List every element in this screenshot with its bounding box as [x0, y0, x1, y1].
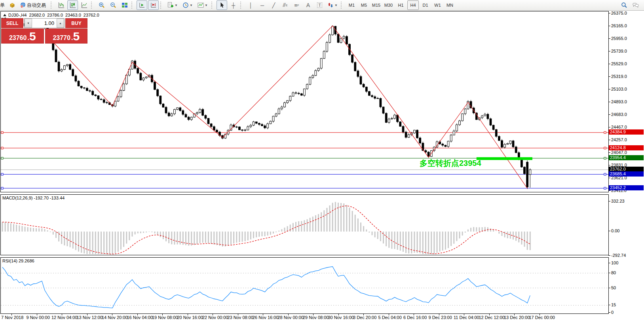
toolbar-grip[interactable] [91, 2, 95, 9]
line-handle[interactable] [604, 187, 606, 189]
timeframe-m30-button[interactable]: M30 [383, 0, 394, 10]
candle-body [326, 42, 328, 51]
cursor-button[interactable] [217, 0, 227, 10]
volume-input[interactable]: 1.00 [32, 19, 57, 28]
vertical-line-button[interactable]: │ [245, 0, 256, 10]
new-order-button[interactable] [7, 0, 17, 10]
sell-button[interactable]: SELL [1, 18, 23, 28]
text-button[interactable]: A [303, 0, 313, 10]
zoom-in-button[interactable] [96, 0, 107, 10]
time-tick-mark [514, 314, 515, 315]
timeframe-m5-button[interactable]: M5 [358, 0, 370, 10]
line-handle[interactable] [604, 157, 606, 159]
zoom-out-button[interactable] [108, 0, 118, 10]
time-tick-mark [263, 314, 263, 315]
candle-body [140, 73, 142, 80]
candle-body [481, 116, 483, 118]
candle-body [114, 101, 116, 106]
rsi-axis-label: 50 [611, 285, 616, 290]
channel-button[interactable]: ⫻E [280, 0, 291, 10]
time-axis[interactable]: 7 Nov 20189 Nov 00:0012 Nov 04:0013 Nov … [0, 314, 608, 321]
timeframe-m1-button[interactable]: M1 [346, 0, 357, 10]
crosshair-button[interactable]: ┼ [228, 0, 239, 10]
bar-chart-button[interactable] [56, 0, 66, 10]
line-handle[interactable] [604, 131, 606, 133]
candle-body [100, 99, 102, 99]
candle-body [103, 100, 105, 103]
trendline-button[interactable]: ╱ [268, 0, 279, 10]
candle-body [427, 152, 429, 156]
timeframe-w1-button[interactable]: W1 [432, 0, 443, 10]
line-handle[interactable] [1, 173, 3, 175]
timeframe-h4-button[interactable]: H4 [407, 0, 419, 10]
time-tick-mark [188, 314, 188, 315]
price-axis[interactable]: 26375.026165.025955.025739.025529.025319… [609, 11, 644, 314]
sell-price-button[interactable]: 23760 . 5 [1, 28, 44, 44]
candlestick-chart-button[interactable] [67, 0, 78, 10]
candle-body [145, 77, 147, 78]
toolbar-grip[interactable] [51, 2, 54, 9]
line-handle[interactable] [1, 187, 3, 189]
search-button[interactable] [619, 0, 629, 10]
fibonacci-button[interactable]: ≡F [291, 0, 302, 10]
buy-price-dec: 5 [73, 30, 80, 42]
main-chart[interactable]: DJ30-,H4 23682.0 23786.0 23463.0 23762.0… [0, 11, 609, 192]
line-chart-button[interactable] [79, 0, 89, 10]
line-handle[interactable] [1, 157, 3, 159]
timeframe-h1-button[interactable]: H1 [395, 0, 407, 10]
candle-body [120, 91, 122, 97]
line-handle[interactable] [1, 147, 3, 149]
templates-button[interactable]: ▼ [196, 0, 210, 10]
line-handle[interactable] [604, 173, 606, 175]
rsi-panel[interactable]: RSI(14) 29.2686 [0, 257, 609, 314]
time-label: 14 Nov 20:00 [102, 315, 127, 320]
volume-box: ▼ 1.00 ▲ [24, 18, 65, 28]
volume-decrease-button[interactable]: ▼ [25, 19, 32, 28]
candle-body [382, 107, 384, 113]
auto-trading-button[interactable]: 自动交易 [18, 0, 49, 10]
timeframe-mn-button[interactable]: MN [444, 0, 456, 10]
macd-surface[interactable] [1, 195, 608, 255]
toolbar-grip[interactable] [160, 2, 164, 9]
toolbar-grip[interactable] [211, 2, 215, 9]
volume-increase-button[interactable]: ▲ [57, 19, 64, 28]
candle-body [365, 87, 367, 91]
line-handle[interactable] [604, 147, 606, 149]
toolbar-grip[interactable] [341, 2, 344, 9]
volume-increase-icon: ▲ [59, 22, 62, 25]
toolbar-grip[interactable] [131, 2, 135, 9]
trend-segment[interactable] [477, 157, 532, 160]
trade-panel-toggle-icon[interactable] [3, 14, 6, 16]
gold-box-icon [9, 2, 15, 8]
bar-chart-icon [58, 2, 65, 8]
price-tick-mark [608, 140, 610, 140]
toolbar-grip[interactable] [240, 2, 244, 9]
candle-body [239, 127, 241, 130]
line-handle[interactable] [1, 131, 3, 133]
buy-button[interactable]: BUY [65, 18, 87, 28]
arrows-button[interactable]: ▼ [326, 0, 339, 10]
text-label-button[interactable]: T [314, 0, 325, 10]
candle-body [357, 71, 359, 76]
candle-body [89, 91, 91, 91]
candle-body [72, 70, 74, 76]
rsi-surface[interactable] [1, 258, 608, 313]
time-label: 29 Nov 08:00 [303, 315, 329, 320]
chart-shift-button[interactable] [148, 0, 159, 10]
buy-price-button[interactable]: 23770 . 5 [45, 28, 88, 44]
indicators-button[interactable]: ▼ [165, 0, 180, 10]
time-label: 23 Nov 08:00 [228, 315, 253, 320]
order-button[interactable]: 单 [0, 2, 6, 9]
auto-scroll-button[interactable] [137, 0, 147, 10]
timeframe-d1-button[interactable]: D1 [420, 0, 431, 10]
timeframe-m15-button[interactable]: M15 [370, 0, 382, 10]
rsi-tick-mark [608, 305, 610, 305]
tile-windows-button[interactable] [119, 0, 130, 10]
periods-button[interactable]: ▼ [180, 0, 195, 10]
macd-panel[interactable]: MACD(12,26,9) -192.70 -133.44 [0, 194, 609, 255]
rsi-label: RSI(14) 29.2686 [2, 258, 34, 263]
price-chart-surface[interactable] [1, 11, 608, 192]
horizontal-line-button[interactable]: ─ [257, 0, 268, 10]
crosshair-icon: ┼ [232, 2, 235, 8]
chat-button[interactable] [630, 0, 641, 10]
